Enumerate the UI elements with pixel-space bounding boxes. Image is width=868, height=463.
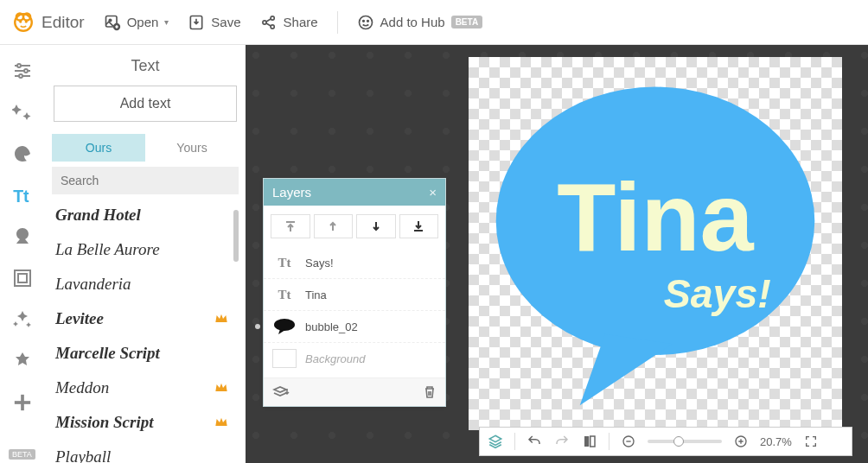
- download-icon: [188, 14, 205, 31]
- add-text-button[interactable]: Add text: [54, 86, 237, 122]
- svg-text:Tt: Tt: [13, 187, 29, 206]
- zoom-out-button[interactable]: [620, 433, 637, 450]
- layer-row[interactable]: Background: [264, 342, 445, 374]
- undo-button[interactable]: [526, 433, 543, 450]
- rail-more-icon[interactable]: [10, 390, 35, 415]
- layers-panel[interactable]: Layers × TtSays!TtTinabubble_02Backgroun…: [263, 178, 446, 407]
- svg-point-3: [19, 20, 22, 22]
- rail-textures-icon[interactable]: [10, 308, 35, 332]
- svg-point-4: [25, 20, 28, 22]
- font-name-label: Playball: [55, 447, 111, 463]
- layer-to-bottom-button[interactable]: [399, 214, 439, 238]
- svg-point-16: [24, 69, 28, 73]
- canvas-controls: 20.7%: [479, 427, 852, 456]
- font-row[interactable]: Playball: [52, 440, 232, 463]
- svg-point-6: [109, 19, 112, 22]
- open-button[interactable]: Open ▾: [104, 14, 169, 31]
- layer-thumb: [272, 349, 297, 368]
- rail-adjust-icon[interactable]: [10, 59, 35, 83]
- layer-indicator-dot: [255, 324, 260, 329]
- layer-thumb: Tt: [272, 285, 297, 304]
- font-row[interactable]: Lavanderia: [52, 267, 232, 301]
- crown-icon: [214, 313, 228, 325]
- compare-button[interactable]: [581, 433, 598, 450]
- svg-rect-19: [15, 270, 30, 286]
- layers-title: Layers: [272, 185, 311, 200]
- rail-text-icon[interactable]: Tt: [10, 183, 35, 207]
- zoom-value: 20.7%: [760, 435, 792, 448]
- font-search-input[interactable]: [52, 167, 239, 194]
- font-name-label: Marcelle Script: [55, 344, 160, 363]
- font-name-label: Meddon: [55, 378, 109, 397]
- svg-rect-20: [18, 274, 27, 282]
- canvas-text-main: Tina: [557, 163, 754, 271]
- font-row[interactable]: La Belle Aurore: [52, 232, 232, 267]
- font-name-label: Levitee: [55, 309, 104, 328]
- add-to-hub-button[interactable]: Add to Hub BETA: [357, 14, 483, 31]
- font-name-label: Mission Script: [55, 413, 154, 432]
- svg-rect-25: [590, 436, 595, 447]
- crown-icon: [214, 416, 228, 428]
- svg-rect-24: [584, 436, 589, 447]
- font-row[interactable]: Meddon: [52, 371, 232, 405]
- font-name-label: Grand Hotel: [55, 206, 141, 225]
- layer-label: Background: [305, 352, 365, 365]
- redo-button[interactable]: [553, 433, 571, 450]
- artboard[interactable]: Tina Says!: [469, 57, 842, 430]
- layers-toggle-icon[interactable]: [487, 433, 504, 450]
- beta-badge: BETA: [451, 16, 482, 29]
- hub-icon: [357, 14, 374, 31]
- svg-point-17: [19, 74, 22, 78]
- crown-icon: [214, 382, 228, 394]
- app-name: Editor: [41, 13, 85, 32]
- svg-point-12: [359, 16, 372, 29]
- rail-effects-icon[interactable]: [10, 100, 35, 124]
- speech-bubble-graphic[interactable]: Tina Says!: [488, 74, 823, 409]
- font-row[interactable]: Mission Script: [52, 405, 232, 440]
- save-button[interactable]: Save: [188, 14, 240, 31]
- layer-row[interactable]: bubble_02: [264, 310, 445, 342]
- svg-rect-22: [15, 401, 30, 404]
- rail-touchup-icon[interactable]: [10, 142, 35, 166]
- rail-themes-icon[interactable]: [10, 349, 35, 373]
- font-row[interactable]: Marcelle Script: [52, 336, 232, 371]
- svg-point-2: [23, 13, 30, 20]
- font-scrollbar[interactable]: [232, 198, 239, 463]
- app-logo: Editor: [12, 11, 85, 34]
- tab-yours[interactable]: Yours: [145, 134, 239, 162]
- layer-row[interactable]: TtTina: [264, 278, 445, 310]
- svg-point-15: [17, 64, 21, 67]
- layer-thumb: [272, 317, 297, 336]
- layer-row[interactable]: TtSays!: [264, 247, 445, 278]
- layer-down-button[interactable]: [356, 214, 396, 238]
- monkey-icon: [12, 11, 35, 34]
- font-row[interactable]: Levitee: [52, 301, 232, 336]
- rail-frames-icon[interactable]: [10, 266, 35, 290]
- svg-point-28: [274, 319, 295, 331]
- layer-label: Says!: [305, 257, 334, 270]
- chevron-down-icon: ▾: [164, 17, 169, 27]
- layer-to-top-button[interactable]: [271, 214, 310, 238]
- image-plus-icon: [104, 14, 121, 31]
- divider: [337, 11, 338, 34]
- share-button[interactable]: Share: [260, 14, 318, 31]
- fit-screen-button[interactable]: [802, 433, 820, 450]
- font-name-label: La Belle Aurore: [55, 240, 160, 259]
- layer-up-button[interactable]: [314, 214, 354, 238]
- trash-icon[interactable]: [423, 385, 437, 399]
- layer-thumb: Tt: [272, 253, 297, 272]
- layer-label: Tina: [305, 289, 327, 301]
- rail-beta-badge: BETA: [9, 449, 35, 460]
- share-icon: [260, 14, 278, 31]
- rail-graphics-icon[interactable]: [10, 225, 35, 249]
- font-name-label: Lavanderia: [55, 275, 131, 294]
- flatten-layers-icon[interactable]: [272, 385, 290, 399]
- font-row[interactable]: Grand Hotel: [52, 198, 232, 232]
- svg-point-13: [362, 20, 364, 22]
- layer-label: bubble_02: [305, 320, 358, 333]
- zoom-in-button[interactable]: [732, 433, 750, 450]
- zoom-slider[interactable]: [648, 440, 722, 443]
- panel-title: Text: [52, 57, 239, 75]
- close-icon[interactable]: ×: [429, 185, 437, 200]
- tab-ours[interactable]: Ours: [52, 134, 145, 162]
